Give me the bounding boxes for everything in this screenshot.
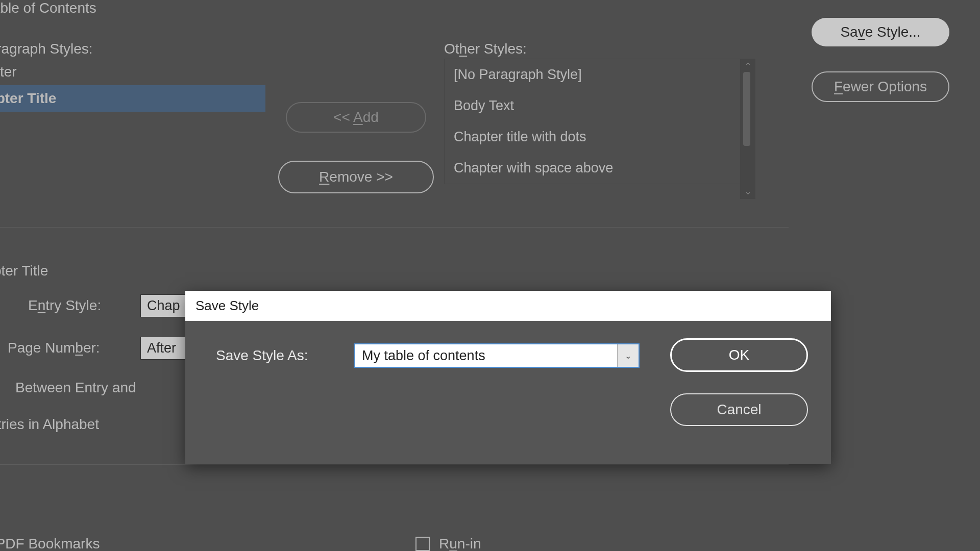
scrollbar-thumb[interactable]: [743, 72, 750, 146]
list-item[interactable]: [No Paragraph Style]: [445, 59, 755, 90]
save-style-dialog: Save Style Save Style As: My table of co…: [185, 291, 831, 464]
cancel-button[interactable]: Cancel: [670, 393, 808, 426]
entry-style-label: Entry Style:: [28, 297, 101, 314]
sort-entries-label: ort Entries in Alphabet: [0, 416, 99, 433]
add-button: << Add: [286, 102, 426, 133]
fewer-options-button[interactable]: Fewer Options: [812, 71, 949, 102]
list-item[interactable]: hapter Title: [0, 85, 265, 112]
other-styles-list[interactable]: [No Paragraph Style] Body Text Chapter t…: [444, 59, 755, 184]
save-style-button[interactable]: Save Style...: [812, 18, 949, 46]
save-style-as-combobox[interactable]: My table of contents ⌄: [354, 343, 640, 368]
save-style-as-value[interactable]: My table of contents: [355, 348, 617, 364]
runin-label: Run-in: [439, 536, 481, 551]
page-number-label: Page Number:: [8, 340, 100, 356]
include-styles-label: de Paragraph Styles:: [0, 41, 93, 57]
runin-checkbox[interactable]: [415, 537, 430, 551]
list-item[interactable]: Chapter title with dots: [445, 121, 755, 153]
chevron-down-icon[interactable]: ⌄: [617, 344, 639, 367]
chevron-down-icon[interactable]: ⌄: [744, 186, 752, 197]
chevron-up-icon[interactable]: ⌃: [744, 61, 752, 72]
other-styles-label: Other Styles:: [444, 41, 527, 57]
dialog-title: Save Style: [185, 291, 831, 321]
style-detail-heading: : Chapter Title: [0, 263, 48, 279]
save-style-as-label: Save Style As:: [216, 347, 308, 364]
between-entry-label: Between Entry and: [15, 380, 136, 396]
create-pdf-bookmarks-label: reate PDF Bookmarks: [0, 536, 100, 551]
ok-button[interactable]: OK: [670, 338, 808, 372]
list-item[interactable]: Chapter with space above: [445, 153, 755, 184]
list-item[interactable]: Body Text: [445, 90, 755, 121]
include-styles-list[interactable]: ter hapter Title: [0, 59, 265, 112]
other-styles-scrollbar[interactable]: ⌃ ⌄: [740, 59, 755, 199]
remove-button[interactable]: Remove >>: [278, 161, 434, 193]
toc-section-heading: s in Table of Contents: [0, 0, 96, 16]
list-item[interactable]: ter: [0, 59, 265, 85]
